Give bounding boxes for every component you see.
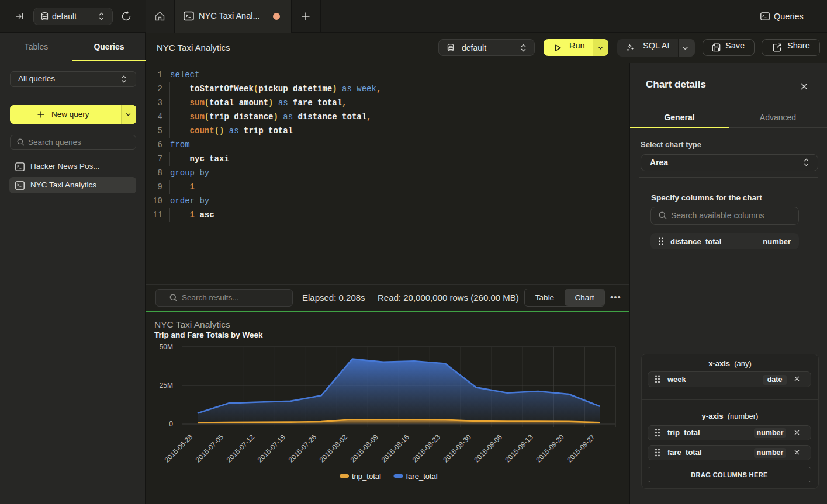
svg-text:2015-07-12: 2015-07-12 — [225, 433, 257, 464]
svg-text:2015-06-28: 2015-06-28 — [163, 433, 195, 464]
svg-text:2015-09-06: 2015-09-06 — [473, 433, 504, 464]
svg-text:2015-08-23: 2015-08-23 — [411, 433, 442, 464]
svg-text:0: 0 — [169, 420, 173, 428]
svg-text:50M: 50M — [160, 343, 173, 351]
svg-text:2015-09-20: 2015-09-20 — [534, 433, 566, 464]
svg-text:fare_total: fare_total — [406, 472, 438, 481]
svg-text:2015-09-13: 2015-09-13 — [504, 433, 535, 464]
svg-text:2015-08-30: 2015-08-30 — [442, 433, 473, 464]
svg-text:trip_total: trip_total — [352, 472, 381, 481]
svg-text:2015-07-26: 2015-07-26 — [287, 433, 319, 464]
svg-text:2015-07-19: 2015-07-19 — [256, 433, 288, 464]
svg-text:2015-08-16: 2015-08-16 — [380, 433, 411, 464]
svg-text:2015-08-02: 2015-08-02 — [318, 433, 350, 464]
svg-text:25M: 25M — [160, 381, 173, 390]
svg-text:2015-07-05: 2015-07-05 — [194, 433, 226, 464]
svg-text:2015-08-09: 2015-08-09 — [349, 433, 380, 464]
svg-text:2015-09-27: 2015-09-27 — [565, 433, 597, 464]
